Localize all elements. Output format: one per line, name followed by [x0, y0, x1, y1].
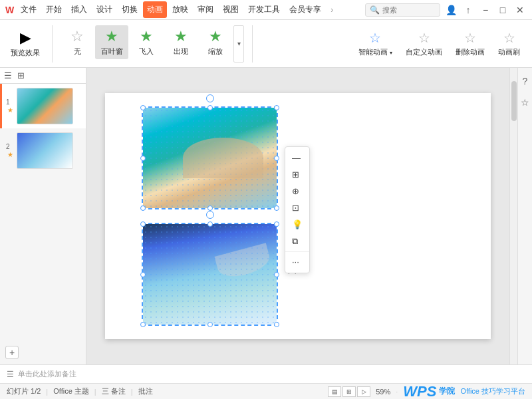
wps-logo-area: WPS 学院 [403, 383, 455, 400]
menu-start[interactable]: 开始 [42, 1, 66, 18]
effect-more[interactable]: ▾ [233, 25, 244, 63]
menu-review[interactable]: 审阅 [194, 1, 217, 18]
share-icon[interactable]: ↑ [462, 3, 475, 17]
menu-switch[interactable]: 切换 [118, 1, 142, 18]
image-1-handle-mr[interactable] [274, 156, 279, 161]
image-1-container[interactable] [142, 106, 278, 209]
notes-placeholder[interactable]: 单击此处添加备注 [18, 369, 76, 379]
image-1-handle-tr[interactable] [274, 105, 279, 110]
user-icon[interactable]: 👤 [444, 3, 458, 17]
menu-vip[interactable]: 会员专享 [285, 1, 325, 18]
smart-animation-label: 智能动画 ▾ [358, 47, 392, 57]
menu-view[interactable]: 视图 [219, 1, 243, 18]
restore-icon[interactable]: □ [496, 3, 509, 17]
menu-file[interactable]: 文件 [17, 1, 41, 18]
image-2-preview [143, 224, 277, 325]
slide-item-2[interactable]: 2 ★ [0, 128, 86, 173]
effect-fly[interactable]: ★ 飞入 [130, 25, 163, 59]
search-icon: 🔍 [370, 5, 380, 15]
image-1-handle-ml[interactable] [140, 156, 146, 161]
effect-blinds-icon: ★ [105, 28, 118, 45]
close-icon[interactable]: ✕ [513, 3, 527, 17]
float-toolbar-magic[interactable]: 💡 [285, 216, 309, 233]
normal-view-btn[interactable]: ▤ [328, 386, 341, 397]
search-input[interactable] [382, 6, 436, 14]
effect-blinds[interactable]: ★ 百叶窗 [95, 25, 128, 59]
float-toolbar-more[interactable]: ··· [285, 253, 309, 270]
float-toolbar-divider [285, 251, 309, 252]
image-2-handle-mr[interactable] [274, 272, 279, 277]
effect-items: ☆ 无 ★ 百叶窗 ★ 飞入 ★ 出现 ★ 缩放 ▾ [61, 25, 244, 63]
menu-design[interactable]: 设计 [92, 1, 116, 18]
effect-appear[interactable]: ★ 出现 [164, 25, 198, 59]
notes-icon: ☰ [7, 370, 14, 379]
image-2-handle-bl[interactable] [140, 322, 146, 327]
animation-brush-icon: ☆ [503, 30, 515, 46]
delete-animation-button[interactable]: ☆ 删除动画 [450, 27, 490, 60]
menu-devtools[interactable]: 开发工具 [244, 1, 284, 18]
minimize-icon[interactable]: − [479, 3, 492, 17]
slide-star-1: ★ [7, 106, 13, 114]
effect-none[interactable]: ☆ 无 [61, 25, 94, 59]
image-2-rotate-handle[interactable] [206, 211, 214, 219]
image-1-handle-tc[interactable] [207, 105, 213, 110]
help-icon[interactable]: ? [520, 73, 531, 89]
canvas-area[interactable]: 图1 图2 — ⊞ ⊕ ⊡ 💡 ⧉ [86, 68, 509, 364]
status-bar: 幻灯片 1/2 | Office 主题 | 三 备注 | 批注 ▤ ⊞ ▷ 59… [0, 383, 532, 399]
notes-btn[interactable]: 三 备注 [102, 386, 126, 396]
image-1-rotate-handle[interactable] [206, 94, 214, 102]
scrollbar-thumb[interactable] [511, 81, 517, 121]
image-2-handle-bc[interactable] [207, 322, 213, 327]
image-1-handle-bc[interactable] [207, 205, 213, 211]
grid-view-btn[interactable]: ⊞ [342, 386, 356, 397]
float-toolbar-layers[interactable]: ⊞ [285, 166, 309, 183]
slide-num-2: 2 [6, 143, 14, 150]
image-2-handle-br[interactable] [274, 322, 279, 327]
image-2-handle-tl[interactable] [140, 221, 146, 227]
animation-brush-button[interactable]: ☆ 动画刷 [493, 27, 525, 60]
image-2-handle-tr[interactable] [274, 221, 279, 227]
outline-toggle-icon[interactable]: ☰ [4, 70, 12, 80]
ribbon-divider-2 [252, 25, 253, 63]
effect-zoom[interactable]: ★ 缩放 [199, 25, 232, 59]
image-1-handle-br[interactable] [274, 205, 279, 211]
smart-animation-button[interactable]: ☆ 智能动画 ▾ [353, 27, 398, 60]
menu-insert[interactable]: 插入 [67, 1, 91, 18]
notes-bar: ☰ 单击此处添加备注 [0, 364, 532, 383]
vertical-scrollbar[interactable] [509, 68, 517, 364]
menu-slideshow[interactable]: 放映 [168, 1, 192, 18]
float-toolbar-crop[interactable]: ⊡ [285, 200, 309, 216]
image-1-handle-bl[interactable] [140, 205, 146, 211]
effect-blinds-label: 百叶窗 [101, 47, 123, 57]
ribbon-divider-1 [52, 25, 53, 63]
main-area: ☰ ⊞ 1 ★ 2 ★ + [0, 68, 532, 364]
comments-btn[interactable]: 批注 [138, 386, 153, 396]
effect-zoom-icon: ★ [209, 28, 222, 45]
slide-info: 幻灯片 1/2 [7, 386, 41, 396]
image-2-handle-ml[interactable] [140, 272, 146, 277]
view-mode-icon[interactable]: ⊞ [17, 70, 25, 80]
reading-view-btn[interactable]: ▷ [357, 386, 370, 397]
menu-animation[interactable]: 动画 [143, 1, 167, 18]
slide-item-1[interactable]: 1 ★ [0, 84, 86, 128]
wps-academy-label: 学院 [439, 386, 455, 397]
custom-animation-button[interactable]: ☆ 自定义动画 [400, 27, 448, 60]
search-box[interactable]: 🔍 [365, 3, 440, 17]
status-sep-2: | [94, 388, 96, 396]
image-1-dot-overlay [143, 108, 277, 208]
status-sep-4: · [396, 388, 398, 396]
image-2-handle-tc[interactable] [207, 221, 213, 227]
bookmark-icon[interactable]: ☆ [518, 94, 532, 110]
minus-icon: — [292, 153, 301, 163]
float-toolbar-copy[interactable]: ⧉ [285, 233, 309, 250]
slide-thumb-2[interactable] [17, 132, 73, 169]
image-2-container[interactable] [142, 223, 278, 326]
float-toolbar-minus[interactable]: — [285, 150, 309, 166]
image-1-handle-tl[interactable] [140, 105, 146, 110]
office-platform-text: Office 技巧学习平台 [460, 386, 525, 396]
add-slide-button[interactable]: + [5, 346, 19, 359]
menu-more[interactable]: › [327, 3, 337, 17]
float-toolbar-zoom-in[interactable]: ⊕ [285, 183, 309, 200]
slide-thumb-1[interactable] [17, 88, 73, 124]
preview-button[interactable]: ▶ 预览效果 [7, 27, 44, 61]
